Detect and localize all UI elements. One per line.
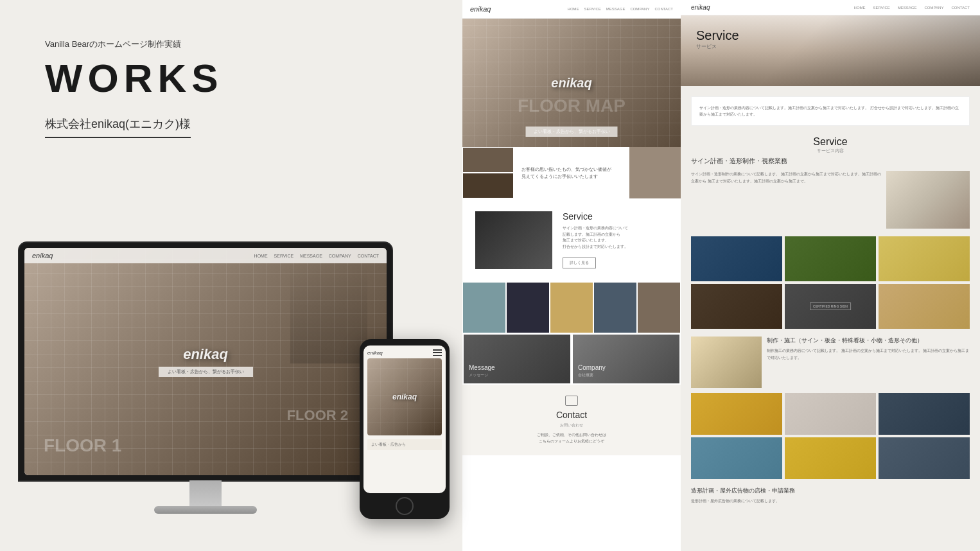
phone-header: enikaq bbox=[367, 349, 442, 356]
monitor-stand-base bbox=[154, 506, 257, 514]
wp-gallery bbox=[462, 282, 681, 333]
sp-sign-image bbox=[886, 171, 970, 229]
sp-fab-desc: 制作施工の業務内容について記載します。 施工計画の立案から施工まで対応いたします… bbox=[767, 347, 970, 360]
floor-label-1: FLOOR 1 bbox=[44, 435, 121, 456]
sp-section-heading: Service サービス内容 bbox=[681, 136, 980, 154]
wp-section-images: お客様の思い描いたもの、気づかない価値が見えてくるようにお手伝いいたします bbox=[462, 147, 681, 198]
wp-message-card: Message メッセージ bbox=[464, 335, 570, 383]
sp-sign-text: サイン計画・造形制作の業務について記載します。 施工計画の立案から施工まで対応い… bbox=[691, 171, 881, 229]
phone-content: enikaq enikaq よい看板・広告から bbox=[363, 345, 446, 454]
wp-service-desc: サイン計画・造形の業務内容について 記載します。施工計画の立案から 施工まで対応… bbox=[563, 225, 668, 250]
wp-service-title: Service bbox=[563, 211, 668, 222]
sp-service-jp: サービス bbox=[696, 43, 739, 50]
wp-contact-section: Contact お問い合わせ ご相談、ご依頼、その他お問い合わせはこちらのフォー… bbox=[462, 385, 681, 455]
left-panel: Vanilla Bearのホームページ制作実績 WORKS 株式会社enikaq… bbox=[0, 0, 462, 551]
monitor-nav: enikaq HOME SERVICE MESSAGE COMPANY CONT… bbox=[24, 248, 387, 263]
monitor-nav-links: HOME SERVICE MESSAGE COMPANY CONTACT bbox=[254, 254, 379, 258]
wp-section-text: お客様の思い描いたもの、気づかない価値が見えてくるようにお手伝いいたします bbox=[514, 147, 629, 198]
wp-company-label: Company 会社概要 bbox=[578, 361, 606, 378]
wp-gallery-5 bbox=[638, 283, 680, 333]
sp-img-dark-photo bbox=[879, 393, 970, 435]
monitor-content: enikaq HOME SERVICE MESSAGE COMPANY CONT… bbox=[24, 248, 387, 475]
wp-message-label: Message メッセージ bbox=[469, 361, 495, 378]
sp-fab-title: 制作・施工（サイン・板金・特殊看板・小物・造形その他） bbox=[767, 337, 970, 345]
wp-img-worker-2 bbox=[463, 173, 513, 198]
wp-service-section: Service サイン計画・造形の業務内容について 記載します。施工計画の立案か… bbox=[462, 198, 681, 282]
subtitle: Vanilla Bearのホームページ制作実績 bbox=[45, 39, 430, 50]
sp-img-gray-sign: CERTIFIED RING SIGN bbox=[785, 284, 876, 329]
sp-img-yellow-art bbox=[879, 236, 970, 281]
device-mockup-container: enikaq HOME SERVICE MESSAGE COMPANY CONT… bbox=[19, 153, 456, 551]
certified-badge: CERTIFIED RING SIGN bbox=[810, 302, 851, 310]
sp-nav-links: HOME SERVICE MESSAGE COMPANY CONTACT bbox=[854, 6, 970, 10]
sp-survey-section: 造形計画・屋外広告物の店検・申請業務 造形計画・屋外広告物の業務について記載しま… bbox=[681, 487, 980, 504]
wp-company-card: Company 会社概要 bbox=[573, 335, 679, 383]
sp-sign-heading: サイン計画・造形制作・視察業務 bbox=[691, 157, 970, 166]
phone-bottom-bar: よい看板・広告から bbox=[367, 439, 442, 450]
sp-fabrication-section: 制作・施工（サイン・板金・特殊看板・小物・造形その他） 制作施工の業務内容につい… bbox=[681, 337, 980, 388]
sp-fab-image bbox=[691, 337, 762, 388]
wp-nav: enikaq HOME SERVICE MESSAGE COMPANY CONT… bbox=[462, 0, 681, 19]
wp-service-image bbox=[475, 211, 552, 269]
sp-fab-text: 制作・施工（サイン・板金・特殊看板・小物・造形その他） 制作施工の業務内容につい… bbox=[767, 337, 970, 388]
wp-img-worker-1 bbox=[463, 148, 513, 172]
sp-image-row-4 bbox=[681, 437, 980, 479]
phone-screen: enikaq enikaq よい看板・広告から bbox=[363, 345, 446, 493]
sp-survey-desc: 造形計画・屋外広告物の業務について記載します。 bbox=[691, 498, 970, 504]
wp-img-worker-3 bbox=[629, 147, 681, 198]
wp-section-tagline: お客様の思い描いたもの、気づかない価値が見えてくるようにお手伝いいたします bbox=[521, 166, 611, 180]
monitor-stand-neck bbox=[189, 480, 222, 506]
sp-desc-text: サイン計画・造形の業務内容について記載します。施工計画の立案から施工まで対応いた… bbox=[699, 105, 961, 118]
sp-img-pool bbox=[691, 437, 782, 479]
wp-service-text: Service サイン計画・造形の業務内容について 記載します。施工計画の立案か… bbox=[563, 211, 668, 269]
sp-section-en: Service bbox=[681, 136, 980, 148]
hamburger-icon bbox=[433, 349, 442, 356]
wp-contact-title: Contact bbox=[556, 410, 587, 420]
monitor-bezel: enikaq HOME SERVICE MESSAGE COMPANY CONT… bbox=[19, 243, 392, 480]
desktop-mockup: enikaq HOME SERVICE MESSAGE COMPANY CONT… bbox=[19, 243, 392, 512]
service-page: enikaq HOME SERVICE MESSAGE COMPANY CONT… bbox=[681, 0, 980, 510]
wp-contact-sub: お問い合わせ bbox=[560, 423, 583, 428]
sp-img-dark-sign bbox=[691, 284, 782, 329]
wp-nav-links: HOME SERVICE MESSAGE COMPANY CONTACT bbox=[568, 7, 673, 11]
sp-service-title-block: Service サービス bbox=[696, 28, 739, 50]
sp-img-yellow-work bbox=[785, 437, 876, 479]
sp-img-tan-circle bbox=[879, 284, 970, 329]
right-section: enikaq HOME SERVICE MESSAGE COMPANY CONT… bbox=[462, 0, 980, 551]
sp-image-row-2: CERTIFIED RING SIGN bbox=[681, 284, 980, 329]
phone-home-button bbox=[396, 497, 414, 515]
wp-bottom-cards: Message メッセージ Company 会社概要 bbox=[462, 333, 681, 385]
wp-contact-desc: ご相談、ご依頼、その他お問い合わせはこちらのフォームよりお気軽にどうぞ bbox=[537, 432, 606, 444]
hero-worker-overlay bbox=[290, 261, 367, 363]
company-name: 株式会社enikaq(エニカク)様 bbox=[45, 116, 191, 138]
sp-img-blue-sign bbox=[691, 236, 782, 281]
wp-hero-tagline: よい看板・広告から、繋がるお手伝い bbox=[526, 127, 618, 137]
sp-img-green-plant bbox=[785, 236, 876, 281]
sp-image-row-1 bbox=[681, 236, 980, 281]
wp-gallery-4 bbox=[594, 283, 636, 333]
wp-gallery-1 bbox=[463, 283, 505, 333]
sp-desc-box: サイン計画・造形の業務内容について記載します。施工計画の立案から施工まで対応いた… bbox=[691, 96, 970, 126]
floor-label-2: FLOOR 2 bbox=[287, 407, 348, 424]
page-title: WORKS bbox=[45, 55, 430, 101]
wp-img-left bbox=[462, 147, 514, 198]
sp-survey-title: 造形計画・屋外広告物の店検・申請業務 bbox=[691, 487, 970, 495]
sp-nav: enikaq HOME SERVICE MESSAGE COMPANY CONT… bbox=[681, 0, 980, 15]
monitor-logo: enikaq bbox=[32, 252, 53, 259]
phone-floor-overlay bbox=[367, 358, 442, 435]
sp-hero: Service サービス bbox=[681, 15, 980, 86]
website-preview: enikaq HOME SERVICE MESSAGE COMPANY CONT… bbox=[462, 0, 681, 455]
sp-img-light-round bbox=[785, 393, 876, 435]
sp-logo: enikaq bbox=[691, 4, 710, 11]
wp-logo: enikaq bbox=[470, 5, 491, 13]
monitor-hero-tagline: よい看板・広告から、繋がるお手伝い bbox=[159, 367, 253, 377]
wp-service-btn[interactable]: 詳しく見る bbox=[563, 258, 596, 268]
service-page-column: enikaq HOME SERVICE MESSAGE COMPANY CONT… bbox=[681, 0, 980, 551]
sp-img-gold-buttons bbox=[691, 393, 782, 435]
sp-hero-overlay bbox=[681, 15, 980, 86]
wp-gallery-2 bbox=[507, 283, 549, 333]
sp-sign-title: サイン計画・造形制作・視察業務 bbox=[681, 157, 980, 166]
sp-section-jp: サービス内容 bbox=[681, 148, 980, 154]
monitor-hero-logo: enikaq bbox=[159, 346, 253, 363]
sp-img-circular bbox=[879, 437, 970, 479]
